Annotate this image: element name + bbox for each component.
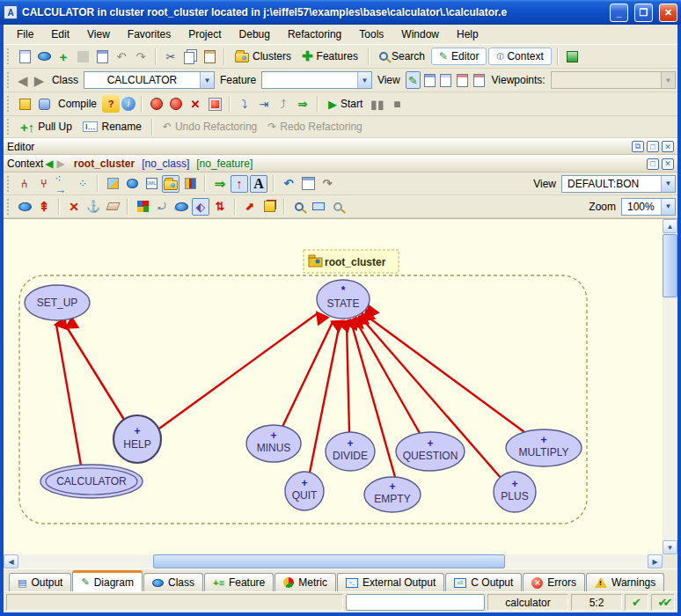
tab-c-output[interactable]: c≡ C Output — [445, 573, 522, 591]
maximize-pane-icon[interactable]: □ — [647, 141, 659, 152]
tab-output[interactable]: ▤ Output — [9, 573, 71, 591]
client-links-icon[interactable]: ⑂ — [35, 175, 53, 193]
diagram-node-state[interactable]: * STATE — [317, 280, 370, 319]
export-png-icon[interactable] — [104, 175, 121, 193]
menu-refactoring[interactable]: Refactoring — [280, 26, 349, 43]
editor-toggle-button[interactable]: ✎ Editor — [431, 48, 487, 65]
scroll-right-button[interactable]: ▶ — [648, 554, 663, 568]
rotate-icon[interactable]: ⤾ — [153, 198, 171, 216]
diagram-node-quit[interactable]: + QUIT — [285, 472, 324, 510]
step-over-icon[interactable]: ⇥ — [255, 95, 273, 113]
unanchor-icon[interactable]: ⚓ — [84, 198, 102, 216]
inheritance-mode-icon[interactable]: ↑ — [231, 175, 248, 193]
scroll-down-button[interactable]: ▼ — [663, 540, 677, 554]
vertical-scrollbar[interactable]: ▲ ▼ — [663, 219, 677, 554]
delete-icon[interactable]: ✕ — [65, 198, 83, 216]
clickable-view-icon[interactable] — [422, 71, 437, 89]
menu-project[interactable]: Project — [180, 26, 229, 43]
pause-icon[interactable]: ▮▮ — [369, 95, 386, 113]
menu-edit[interactable]: Edit — [43, 26, 77, 43]
toolbar-grip[interactable] — [7, 48, 11, 64]
colors-icon[interactable] — [134, 198, 151, 216]
redo-icon[interactable]: ↷ — [132, 48, 150, 65]
diagram-node-divide[interactable]: + DIVIDE — [326, 432, 375, 471]
menu-tools[interactable]: Tools — [351, 26, 392, 43]
horizontal-scroll-thumb[interactable] — [153, 554, 505, 568]
tab-feature[interactable]: +≡ Feature — [204, 573, 274, 591]
diagram-node-minus[interactable]: + MINUS — [246, 425, 301, 462]
melt-icon[interactable] — [35, 95, 53, 113]
diagram-history-icon[interactable] — [299, 175, 317, 193]
viewpoints-combobox[interactable]: ▼ — [551, 71, 676, 89]
go-to-icon[interactable]: ⇒ — [211, 175, 229, 193]
diagram-node-set-up[interactable]: SET_UP — [25, 285, 90, 320]
feature-combobox[interactable]: ▼ — [261, 71, 372, 89]
start-button[interactable]: ▶ Start — [324, 96, 367, 113]
maximize-pane-icon[interactable]: □ — [647, 158, 659, 170]
diagram-node-calculator[interactable]: CALCULATOR — [40, 465, 143, 498]
vertical-scroll-thumb[interactable] — [663, 234, 677, 297]
paste-icon[interactable] — [201, 48, 218, 65]
tab-warnings[interactable]: ! Warnings — [586, 573, 664, 591]
tab-external-output[interactable]: >_ External Output — [337, 573, 444, 591]
context-toggle-button[interactable]: ⦶ Context — [488, 48, 551, 65]
stop-icon[interactable]: ■ — [388, 95, 406, 113]
redo-refactoring-button[interactable]: ↷ Redo Refactoring — [263, 119, 366, 135]
menu-help[interactable]: Help — [449, 26, 487, 43]
cluster-view-icon[interactable] — [162, 175, 179, 193]
link-tool-icon[interactable]: ⬈ — [241, 198, 259, 216]
note-tool-icon[interactable] — [260, 198, 278, 216]
diagram-redo-icon[interactable]: ↷ — [319, 175, 336, 193]
cluster-tag[interactable]: root_cluster — [304, 250, 399, 273]
step-into-icon[interactable]: ⤵ — [236, 95, 253, 113]
toolbar-grip[interactable] — [7, 119, 11, 135]
chevron-down-icon[interactable]: ▼ — [661, 199, 675, 215]
contract-view-icon[interactable] — [455, 71, 470, 89]
close-pane-icon[interactable]: ✕ — [662, 158, 674, 170]
toolbar-grip[interactable] — [7, 96, 11, 112]
context-cluster[interactable]: root_cluster — [74, 158, 135, 170]
left-align-icon[interactable]: ⬖ — [192, 198, 209, 216]
uml-view-icon[interactable]: UML — [143, 175, 160, 193]
back-icon[interactable]: ◀ — [16, 71, 31, 89]
new-inheritance-icon[interactable]: ⇞ — [35, 198, 53, 216]
text-view-icon[interactable]: ✎ — [406, 71, 421, 89]
project-settings-icon[interactable] — [16, 95, 33, 113]
debug-window-icon[interactable] — [206, 95, 223, 113]
tab-class[interactable]: Class — [143, 573, 203, 591]
diagram-node-question[interactable]: + QUESTION — [396, 432, 465, 471]
undock-icon[interactable]: ⧉ — [632, 141, 644, 152]
minimize-button[interactable]: _ — [610, 4, 628, 22]
forward-icon[interactable]: ▶ — [32, 71, 47, 89]
class-oval-icon[interactable] — [35, 48, 53, 65]
text-tool-icon[interactable]: A — [250, 175, 267, 193]
menu-debug[interactable]: Debug — [231, 26, 278, 43]
debug-run-new-icon[interactable] — [167, 95, 185, 113]
menu-favorites[interactable]: Favorites — [120, 26, 179, 43]
pull-up-button[interactable]: +↑ Pull Up — [16, 118, 77, 136]
scroll-up-button[interactable]: ▲ — [663, 219, 677, 233]
cut-icon[interactable]: ✂ — [162, 48, 179, 65]
horizontal-scrollbar[interactable]: ◀ ▶ — [4, 554, 663, 568]
tab-metric[interactable]: Metric — [275, 573, 336, 591]
step-out-icon[interactable]: ⤴ — [275, 95, 292, 113]
menu-file[interactable]: File — [9, 26, 41, 43]
new-class-icon[interactable] — [16, 198, 33, 216]
clusters-button[interactable]: Clusters — [231, 48, 296, 64]
copy-icon[interactable] — [181, 48, 199, 65]
labels-toggle-icon[interactable]: ⁖→ — [55, 175, 72, 193]
chevron-down-icon[interactable]: ▼ — [357, 72, 371, 88]
zoom-out-icon[interactable] — [329, 198, 347, 216]
chevron-down-icon[interactable]: ▼ — [200, 72, 214, 88]
class-legend-icon[interactable] — [123, 175, 141, 193]
diagram-undo-icon[interactable]: ↶ — [280, 175, 297, 193]
inheritance-links-icon[interactable]: ⑃ — [16, 175, 33, 193]
tab-diagram[interactable]: ✎ Diagram — [72, 570, 143, 591]
debug-run-icon[interactable] — [148, 95, 165, 113]
run-to-cursor-icon[interactable]: ⇒ — [294, 95, 311, 113]
history-back-icon[interactable]: ◀ — [45, 158, 53, 170]
zoom-combobox[interactable]: 100% ▼ — [621, 198, 676, 216]
info-icon[interactable]: i — [121, 97, 135, 111]
external-editor-icon[interactable] — [564, 48, 582, 65]
diagram-node-plus[interactable]: + PLUS — [494, 472, 536, 512]
